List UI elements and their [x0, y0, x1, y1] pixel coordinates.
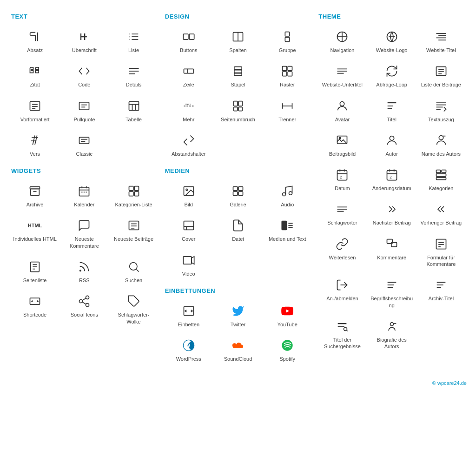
item-abfrage-loop[interactable]: Abfrage-Loop	[368, 60, 416, 91]
medien-und-text-icon	[279, 217, 296, 234]
item-aenderungsdatum[interactable]: 2 Änderungsdatum	[368, 164, 416, 194]
item-beitragsbild[interactable]: Beitragsbild	[318, 129, 366, 160]
item-liste[interactable]: Liste	[110, 26, 157, 56]
svg-line-53	[82, 298, 86, 301]
item-mehr[interactable]: mehr Mehr	[165, 95, 212, 126]
item-seitenumbruch[interactable]: Seiten­umbruch	[214, 95, 262, 126]
website-untertitel-label: Website-Untertitel	[322, 81, 363, 88]
svg-rect-64	[234, 70, 242, 73]
item-vorheriger-beitrag[interactable]: Vorheriger Beitrag	[417, 198, 465, 229]
item-abstandshalter[interactable]: Abstandshalter	[165, 129, 212, 160]
item-buttons[interactable]: Buttons	[165, 26, 212, 56]
item-youtube[interactable]: YouTube	[264, 300, 311, 331]
item-website-untertitel[interactable]: Website-Untertitel	[318, 60, 366, 91]
item-tabelle[interactable]: Tabelle	[110, 95, 157, 126]
item-soundcloud[interactable]: SoundCloud	[214, 334, 262, 365]
abstandshalter-label: Abstandshalter	[172, 151, 205, 157]
item-avatar[interactable]: Avatar	[318, 95, 366, 126]
item-rss[interactable]: RSS	[60, 256, 108, 286]
pullquote-label: Pullquote	[73, 116, 95, 123]
item-kategorien-liste[interactable]: Kategorien-Liste	[110, 180, 157, 211]
item-textauszug[interactable]: Textauszug	[417, 95, 465, 126]
item-wordpress[interactable]: W WordPress	[165, 334, 212, 365]
item-seitenliste[interactable]: Seitenliste	[11, 256, 59, 286]
svg-rect-75	[238, 107, 242, 111]
item-stapel[interactable]: Stapel	[214, 60, 262, 91]
item-weiterlesen[interactable]: Weiterlesen	[318, 233, 366, 271]
item-titel[interactable]: Titel	[368, 95, 416, 126]
item-kommentare[interactable]: Kommentare	[368, 233, 416, 271]
item-absatz[interactable]: Absatz	[11, 26, 59, 56]
item-vers[interactable]: Vers	[11, 129, 59, 160]
item-biografie-des-autors[interactable]: Biografie des Autors	[368, 315, 416, 353]
design-section: DESIGN Buttons Spalten	[161, 7, 315, 377]
item-vorformatiert[interactable]: Vorformatiert	[11, 95, 59, 126]
item-social-icons[interactable]: Social Icons	[60, 290, 108, 328]
item-individuelles-html[interactable]: HTML Individuelles HTML	[11, 214, 59, 252]
item-suchen[interactable]: Suchen	[110, 256, 157, 286]
item-kategorien[interactable]: Kategorien	[417, 164, 465, 194]
item-begriffsbeschreibung[interactable]: Begriffsbeschreibung	[368, 274, 416, 311]
code-icon	[76, 63, 93, 79]
stapel-label: Stapel	[231, 81, 245, 88]
item-neueste-kommentare[interactable]: Neueste Kommentare	[60, 214, 108, 252]
item-kalender[interactable]: Kalender	[60, 180, 108, 211]
item-datei[interactable]: Datei	[214, 214, 262, 245]
item-details[interactable]: Details	[110, 60, 157, 91]
item-schlagwoerter[interactable]: Schlagwörter	[318, 198, 366, 229]
website-untertitel-icon	[334, 63, 350, 79]
item-classic[interactable]: Classic	[60, 129, 108, 160]
item-spalten[interactable]: Spalten	[214, 26, 262, 56]
item-liste-der-beitraege[interactable]: Liste der Beiträge	[417, 60, 465, 91]
item-zitat[interactable]: Zitat	[11, 60, 59, 91]
item-einbetten[interactable]: Einbetten	[165, 300, 212, 331]
item-datum[interactable]: 2 Datum	[318, 164, 366, 194]
item-naechster-beitrag[interactable]: Nächster Beitrag	[368, 198, 416, 229]
item-bild[interactable]: Bild	[165, 180, 212, 211]
item-autor[interactable]: Autor	[368, 129, 416, 160]
footer-text: © wpcare24.de	[432, 380, 467, 386]
autor-icon	[383, 132, 400, 149]
website-logo-icon	[383, 28, 400, 45]
einbettungen-items-grid: Einbetten Twitter YouTube	[165, 300, 311, 365]
absatz-label: Absatz	[27, 47, 43, 53]
item-schlagwoerter-wolke[interactable]: Schlagwörter-Wolke	[110, 290, 157, 328]
seitenumbruch-label: Seiten­umbruch	[221, 116, 255, 123]
svg-rect-74	[238, 101, 242, 106]
item-archive[interactable]: Archive	[11, 180, 59, 211]
svg-rect-24	[31, 189, 40, 196]
item-trenner[interactable]: Trenner	[264, 95, 311, 126]
name-des-autors-label: Name des Autors	[422, 151, 461, 157]
naechster-beitrag-icon	[383, 201, 400, 218]
item-website-titel[interactable]: Website-Titel	[417, 26, 465, 56]
item-titel-suchergebnisse[interactable]: Titel der Suchergebnisse	[318, 315, 366, 353]
item-name-des-autors[interactable]: Name des Autors	[417, 129, 465, 160]
archiv-titel-label: Archiv-Titel	[429, 295, 454, 302]
item-navigation[interactable]: Navigation	[318, 26, 366, 56]
item-archiv-titel[interactable]: Archiv-Titel	[417, 274, 465, 311]
galerie-icon	[230, 183, 246, 199]
item-neueste-beitraege[interactable]: Neueste Beiträge	[110, 214, 157, 252]
item-formular-fuer-kommentare[interactable]: Formular für Kommentare	[417, 233, 465, 271]
item-an-abmelden[interactable]: An-/abmelden	[318, 274, 366, 311]
item-shortcode[interactable]: Shortcode	[11, 290, 59, 328]
item-gruppe[interactable]: Gruppe	[264, 26, 311, 56]
textauszug-icon	[433, 98, 450, 114]
item-audio[interactable]: Audio	[264, 180, 311, 211]
trenner-icon	[279, 98, 296, 114]
item-raster[interactable]: Raster	[264, 60, 311, 91]
item-code[interactable]: Code	[60, 60, 108, 91]
item-galerie[interactable]: Galerie	[214, 180, 262, 211]
item-pullquote[interactable]: Pullquote	[60, 95, 108, 126]
item-zeile[interactable]: Zeile	[165, 60, 212, 91]
item-website-logo[interactable]: Website-Logo	[368, 26, 416, 56]
item-ueberschrift[interactable]: Überschrift	[60, 26, 108, 56]
item-medien-und-text[interactable]: Medien und Text	[264, 214, 311, 245]
item-cover[interactable]: Cover	[165, 214, 212, 245]
schlagwoerter-icon	[334, 201, 350, 218]
item-twitter[interactable]: Twitter	[214, 300, 262, 331]
item-spotify[interactable]: Spotify	[264, 334, 311, 365]
item-video[interactable]: Video	[165, 249, 212, 280]
vers-icon	[26, 132, 43, 149]
tabelle-label: Tabelle	[126, 116, 142, 123]
